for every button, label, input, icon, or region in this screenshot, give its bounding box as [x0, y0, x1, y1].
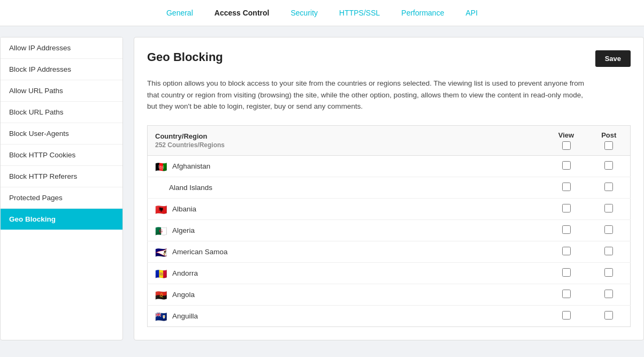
col-view-header: View: [545, 125, 588, 155]
view-cell: [545, 262, 588, 284]
flag-icon: 🇦🇴: [155, 291, 167, 299]
post-cell: [588, 284, 631, 305]
view-checkbox-3[interactable]: [562, 225, 571, 234]
country-cell: 🇦🇫Afghanistan: [148, 155, 545, 177]
page-description: This option allows you to block access t…: [147, 78, 586, 112]
view-checkbox-5[interactable]: [562, 268, 571, 277]
post-checkbox-2[interactable]: [604, 204, 613, 212]
nav-security[interactable]: Security: [290, 6, 318, 19]
country-count: 252 Countries/Regions: [155, 141, 538, 149]
post-cell: [588, 155, 631, 177]
post-cell: [588, 198, 631, 219]
country-cell: 🇦🇮Anguilla: [148, 305, 545, 326]
sidebar-item-block-agents[interactable]: Block User-Agents: [1, 123, 122, 145]
nav-performance[interactable]: Performance: [401, 6, 444, 19]
view-cell: [545, 219, 588, 241]
page-title: Geo Blocking: [147, 50, 223, 64]
post-cell: [588, 241, 631, 262]
table-row: 🇦🇱Albania: [148, 198, 631, 219]
post-cell: [588, 177, 631, 198]
view-cell: [545, 284, 588, 305]
post-cell: [588, 262, 631, 284]
view-checkbox-1[interactable]: [562, 183, 571, 191]
view-checkbox-6[interactable]: [562, 290, 571, 298]
table-row: 🇩🇿Algeria: [148, 219, 631, 241]
post-checkbox-0[interactable]: [604, 161, 613, 170]
flag-icon: 🇦🇸: [155, 248, 167, 256]
view-checkbox-2[interactable]: [562, 204, 571, 212]
post-checkbox-7[interactable]: [604, 311, 613, 320]
post-checkbox-1[interactable]: [604, 183, 613, 191]
table-row: 🇦🇸American Samoa: [148, 241, 631, 262]
sidebar-item-geo-blocking[interactable]: Geo Blocking: [1, 209, 122, 230]
nav-access-control[interactable]: Access Control: [214, 6, 270, 19]
post-cell: [588, 305, 631, 326]
view-checkbox-0[interactable]: [562, 161, 571, 170]
sidebar-item-block-url[interactable]: Block URL Paths: [1, 102, 122, 123]
sidebar: Allow IP Addresses Block IP Addresses Al…: [0, 37, 123, 340]
flag-icon: 🇦🇮: [155, 312, 167, 320]
country-cell: 🇦🇸American Samoa: [148, 241, 545, 262]
country-name: Angola: [172, 291, 195, 299]
post-cell: [588, 219, 631, 241]
post-all-checkbox[interactable]: [604, 141, 613, 150]
save-button[interactable]: Save: [595, 50, 631, 67]
view-cell: [545, 155, 588, 177]
post-checkbox-6[interactable]: [604, 290, 613, 298]
post-checkbox-3[interactable]: [604, 225, 613, 234]
view-cell: [545, 177, 588, 198]
flag-icon: 🇦🇩: [155, 269, 167, 277]
country-cell: 🇦🇱Albania: [148, 198, 545, 219]
sidebar-item-block-cookies[interactable]: Block HTTP Cookies: [1, 145, 122, 166]
table-row: 🇦🇫Afghanistan: [148, 155, 631, 177]
view-cell: [545, 305, 588, 326]
flag-icon: 🇦🇱: [155, 205, 167, 213]
table-row: 🇦🇴Angola: [148, 284, 631, 305]
geo-blocking-table: Country/Region 252 Countries/Regions Vie…: [147, 125, 631, 327]
top-navigation: General Access Control Security HTTPS/SS…: [0, 0, 644, 26]
flag-icon: 🇦🇫: [155, 162, 167, 170]
sidebar-item-block-ip[interactable]: Block IP Addresses: [1, 59, 122, 80]
view-checkbox-7[interactable]: [562, 311, 571, 320]
country-name: Andorra: [172, 269, 198, 277]
sidebar-item-allow-ip[interactable]: Allow IP Addresses: [1, 37, 122, 59]
country-cell: 🇦🇴Angola: [148, 284, 545, 305]
view-cell: [545, 198, 588, 219]
view-cell: [545, 241, 588, 262]
country-name: Algeria: [172, 226, 195, 234]
country-name: Afghanistan: [172, 162, 210, 170]
country-name: Albania: [172, 205, 196, 213]
view-checkbox-4[interactable]: [562, 247, 571, 255]
flag-icon: 🇩🇿: [155, 226, 167, 234]
table-row: 🇦🇩Andorra: [148, 262, 631, 284]
sidebar-item-allow-url[interactable]: Allow URL Paths: [1, 80, 122, 102]
main-content: Geo Blocking Save This option allows you…: [134, 37, 644, 340]
post-checkbox-4[interactable]: [604, 247, 613, 255]
col-post-header: Post: [588, 125, 631, 155]
nav-general[interactable]: General: [166, 6, 193, 19]
view-all-checkbox[interactable]: [562, 141, 571, 150]
sidebar-item-block-referers[interactable]: Block HTTP Referers: [1, 166, 122, 187]
sidebar-item-protected-pages[interactable]: Protected Pages: [1, 187, 122, 209]
col-country-header: Country/Region 252 Countries/Regions: [148, 125, 545, 155]
table-row: 🇦🇮Anguilla: [148, 305, 631, 326]
country-cell: 🇩🇿Algeria: [148, 219, 545, 241]
country-cell: 🇦🇩Andorra: [148, 262, 545, 284]
country-name: American Samoa: [172, 248, 228, 256]
page-header: Geo Blocking Save: [147, 50, 631, 67]
nav-api[interactable]: API: [465, 6, 478, 19]
table-row: Aland Islands: [148, 177, 631, 198]
nav-https-ssl[interactable]: HTTPS/SSL: [339, 6, 380, 19]
country-cell: Aland Islands: [148, 177, 545, 198]
post-checkbox-5[interactable]: [604, 268, 613, 277]
country-name: Anguilla: [172, 312, 198, 320]
